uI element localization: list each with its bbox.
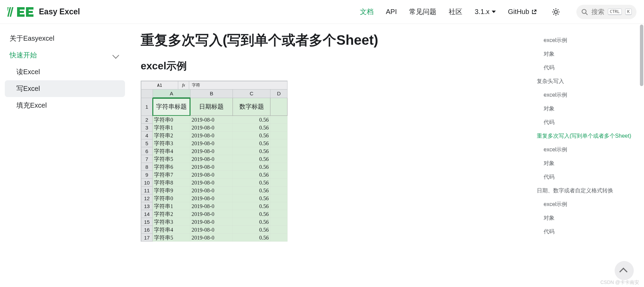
cell [270,155,288,163]
row-number: 9 [141,171,153,179]
theme-toggle-button[interactable] [550,6,561,17]
formula-value: 字符 [189,81,288,89]
svg-line-8 [554,10,554,10]
table-row: 字符串22019-08-00.56 [153,132,288,139]
cell [270,187,288,194]
sidebar-item-label: 快速开始 [10,51,37,60]
row-number: 17 [141,234,153,242]
row-number: 15 [141,218,153,226]
nav-community[interactable]: 社区 [449,7,462,16]
toc-item[interactable]: excel示例 [537,143,636,156]
cell: 0.56 [233,147,270,155]
cell: 0.56 [233,124,270,132]
row-number: 10 [141,179,153,187]
cell: 字符串2 [153,210,190,218]
toc-item[interactable]: excel示例 [537,33,636,47]
cell [270,124,288,132]
toc-item[interactable]: 对象 [537,102,636,115]
cell: 字符串2 [153,132,190,139]
table-row: 字符串52019-08-00.56 [153,155,288,163]
cell: 2019-08-0 [190,187,233,194]
cell: 字符串7 [153,171,190,179]
cell: 2019-08-0 [190,124,233,132]
cell: 2019-08-0 [190,226,233,234]
cell: 字符串6 [153,163,190,171]
cell: 字符串3 [153,218,190,226]
toc-item[interactable]: excel示例 [537,197,636,211]
search-placeholder: 搜索 [591,8,604,16]
sidebar-item-write-excel[interactable]: 写Excel [5,80,125,97]
row-number: 13 [141,202,153,210]
cell: 字符串5 [153,234,190,242]
sidebar-item-fill-excel[interactable]: 填充Excel [5,97,125,114]
cell: 2019-08-0 [190,139,233,147]
select-all-corner [141,90,153,98]
section-title: excel示例 [141,59,521,73]
cell: 字符串4 [153,226,190,234]
toc-item[interactable]: excel示例 [537,88,636,102]
nav-github[interactable]: GitHub [508,8,537,16]
header-cell: 字符串标题 [153,98,190,116]
cell: 2019-08-0 [190,171,233,179]
toc-item[interactable]: 对象 [537,156,636,170]
watermark: CSDN @卡卡南安 [600,279,639,286]
row-numbers: 1 234567891011121314151617 [141,98,153,242]
cell: 字符串9 [153,187,190,194]
nav-docs[interactable]: 文档 [360,7,374,16]
excel-screenshot: A1 fx 字符 A B C D 1 234567891011121314151… [141,81,288,242]
brand-name: Easy Excel [39,7,80,16]
external-link-icon [531,9,537,15]
sidebar-item-read-excel[interactable]: 读Excel [5,64,125,80]
cell: 字符串1 [153,124,190,132]
cell: 2019-08-0 [190,155,233,163]
cell: 2019-08-0 [190,116,233,124]
row-number: 2 [141,116,153,124]
brand[interactable]: Easy Excel [8,6,80,18]
cell: 0.56 [233,139,270,147]
toc-item[interactable]: 对象 [537,211,636,225]
nav-version-dropdown[interactable]: 3.1.x [475,8,495,16]
toc-item[interactable]: 代码 [537,170,636,184]
scroll-to-top-button[interactable] [615,261,634,280]
table-row: 字符串52019-08-00.56 [153,234,288,242]
cell [270,202,288,210]
toc-item[interactable]: 重复多次写入(写到单个或者多个Sheet) [537,129,636,143]
cell-reference: A1 [141,81,178,89]
cell: 2019-08-0 [190,202,233,210]
nav-api[interactable]: API [386,8,397,16]
sidebar-left: 关于Easyexcel 快速开始 读Excel 写Excel 填充Excel [0,24,130,287]
cell [270,218,288,226]
table-of-contents: excel示例对象代码复杂头写入excel示例对象代码重复多次写入(写到单个或者… [535,24,639,287]
cell: 0.56 [233,155,270,163]
toc-item[interactable]: 代码 [537,225,636,238]
toc-item[interactable]: 对象 [537,47,636,61]
header-row: 字符串标题 日期标题 数字标题 [153,98,288,116]
table-row: 字符串22019-08-00.56 [153,210,288,218]
scrollbar-thumb[interactable] [640,25,643,86]
cell [270,116,288,124]
sidebar-item-quickstart[interactable]: 快速开始 [5,47,125,64]
nav-faq[interactable]: 常见问题 [409,7,436,16]
header-cell: 日期标题 [190,98,233,116]
cell: 0.56 [233,210,270,218]
row-number: 16 [141,226,153,234]
cell: 2019-08-0 [190,179,233,187]
svg-line-13 [586,13,587,15]
search-input[interactable]: 搜索 CTRL K [576,5,636,19]
toc-item[interactable]: 代码 [537,61,636,74]
toc-item[interactable]: 日期、数字或者自定义格式转换 [537,184,636,197]
nav-github-label: GitHub [508,8,529,16]
toc-item[interactable]: 复杂头写入 [537,74,636,88]
cell: 0.56 [233,226,270,234]
row-number: 8 [141,163,153,171]
toc-item[interactable]: 代码 [537,115,636,129]
cell [270,147,288,155]
table-row: 字符串12019-08-00.56 [153,202,288,210]
sidebar-item-about[interactable]: 关于Easyexcel [5,30,125,47]
cell: 2019-08-0 [190,147,233,155]
row-number: 3 [141,124,153,132]
sidebar-item-label: 写Excel [16,85,40,92]
cell [270,226,288,234]
table-row: 字符串42019-08-00.56 [153,226,288,234]
row-number: 11 [141,187,153,194]
